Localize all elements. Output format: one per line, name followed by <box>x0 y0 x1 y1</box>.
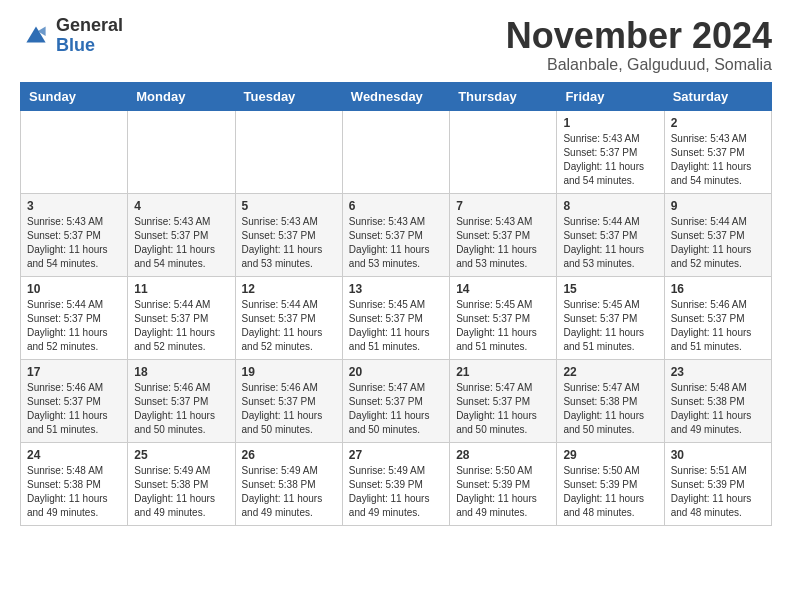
day-info: Sunrise: 5:46 AM Sunset: 5:37 PM Dayligh… <box>671 298 765 354</box>
calendar-cell: 16Sunrise: 5:46 AM Sunset: 5:37 PM Dayli… <box>664 276 771 359</box>
logo-icon <box>20 20 52 52</box>
day-info: Sunrise: 5:48 AM Sunset: 5:38 PM Dayligh… <box>27 464 121 520</box>
day-info: Sunrise: 5:43 AM Sunset: 5:37 PM Dayligh… <box>456 215 550 271</box>
calendar-cell: 12Sunrise: 5:44 AM Sunset: 5:37 PM Dayli… <box>235 276 342 359</box>
calendar-week-4: 17Sunrise: 5:46 AM Sunset: 5:37 PM Dayli… <box>21 359 772 442</box>
day-info: Sunrise: 5:45 AM Sunset: 5:37 PM Dayligh… <box>456 298 550 354</box>
day-number: 30 <box>671 448 765 462</box>
day-number: 3 <box>27 199 121 213</box>
day-number: 17 <box>27 365 121 379</box>
calendar-cell: 23Sunrise: 5:48 AM Sunset: 5:38 PM Dayli… <box>664 359 771 442</box>
calendar-cell: 14Sunrise: 5:45 AM Sunset: 5:37 PM Dayli… <box>450 276 557 359</box>
day-number: 4 <box>134 199 228 213</box>
day-info: Sunrise: 5:44 AM Sunset: 5:37 PM Dayligh… <box>563 215 657 271</box>
day-number: 5 <box>242 199 336 213</box>
day-number: 24 <box>27 448 121 462</box>
calendar-cell: 13Sunrise: 5:45 AM Sunset: 5:37 PM Dayli… <box>342 276 449 359</box>
day-info: Sunrise: 5:49 AM Sunset: 5:39 PM Dayligh… <box>349 464 443 520</box>
weekday-header-saturday: Saturday <box>664 82 771 110</box>
day-info: Sunrise: 5:46 AM Sunset: 5:37 PM Dayligh… <box>242 381 336 437</box>
calendar-cell: 19Sunrise: 5:46 AM Sunset: 5:37 PM Dayli… <box>235 359 342 442</box>
calendar-week-5: 24Sunrise: 5:48 AM Sunset: 5:38 PM Dayli… <box>21 442 772 525</box>
day-info: Sunrise: 5:50 AM Sunset: 5:39 PM Dayligh… <box>563 464 657 520</box>
day-info: Sunrise: 5:47 AM Sunset: 5:37 PM Dayligh… <box>349 381 443 437</box>
day-number: 10 <box>27 282 121 296</box>
day-number: 12 <box>242 282 336 296</box>
title-block: November 2024 Balanbale, Galguduud, Soma… <box>506 16 772 74</box>
day-info: Sunrise: 5:44 AM Sunset: 5:37 PM Dayligh… <box>242 298 336 354</box>
day-number: 27 <box>349 448 443 462</box>
day-info: Sunrise: 5:51 AM Sunset: 5:39 PM Dayligh… <box>671 464 765 520</box>
calendar-cell: 21Sunrise: 5:47 AM Sunset: 5:37 PM Dayli… <box>450 359 557 442</box>
day-number: 19 <box>242 365 336 379</box>
calendar-cell <box>128 110 235 193</box>
logo-text: General Blue <box>56 16 123 56</box>
day-info: Sunrise: 5:50 AM Sunset: 5:39 PM Dayligh… <box>456 464 550 520</box>
day-number: 22 <box>563 365 657 379</box>
day-number: 15 <box>563 282 657 296</box>
calendar-week-2: 3Sunrise: 5:43 AM Sunset: 5:37 PM Daylig… <box>21 193 772 276</box>
weekday-header-monday: Monday <box>128 82 235 110</box>
calendar-cell: 17Sunrise: 5:46 AM Sunset: 5:37 PM Dayli… <box>21 359 128 442</box>
day-info: Sunrise: 5:44 AM Sunset: 5:37 PM Dayligh… <box>27 298 121 354</box>
calendar-cell <box>342 110 449 193</box>
calendar-cell: 29Sunrise: 5:50 AM Sunset: 5:39 PM Dayli… <box>557 442 664 525</box>
calendar-cell: 8Sunrise: 5:44 AM Sunset: 5:37 PM Daylig… <box>557 193 664 276</box>
day-info: Sunrise: 5:43 AM Sunset: 5:37 PM Dayligh… <box>242 215 336 271</box>
calendar-cell: 24Sunrise: 5:48 AM Sunset: 5:38 PM Dayli… <box>21 442 128 525</box>
day-info: Sunrise: 5:49 AM Sunset: 5:38 PM Dayligh… <box>134 464 228 520</box>
calendar-cell: 6Sunrise: 5:43 AM Sunset: 5:37 PM Daylig… <box>342 193 449 276</box>
day-number: 14 <box>456 282 550 296</box>
day-number: 11 <box>134 282 228 296</box>
weekday-header-row: SundayMondayTuesdayWednesdayThursdayFrid… <box>21 82 772 110</box>
day-info: Sunrise: 5:49 AM Sunset: 5:38 PM Dayligh… <box>242 464 336 520</box>
day-info: Sunrise: 5:44 AM Sunset: 5:37 PM Dayligh… <box>671 215 765 271</box>
logo-blue: Blue <box>56 35 95 55</box>
weekday-header-friday: Friday <box>557 82 664 110</box>
day-number: 21 <box>456 365 550 379</box>
day-number: 8 <box>563 199 657 213</box>
calendar-cell: 10Sunrise: 5:44 AM Sunset: 5:37 PM Dayli… <box>21 276 128 359</box>
day-number: 16 <box>671 282 765 296</box>
calendar-cell <box>235 110 342 193</box>
day-info: Sunrise: 5:48 AM Sunset: 5:38 PM Dayligh… <box>671 381 765 437</box>
calendar-cell: 28Sunrise: 5:50 AM Sunset: 5:39 PM Dayli… <box>450 442 557 525</box>
day-info: Sunrise: 5:43 AM Sunset: 5:37 PM Dayligh… <box>563 132 657 188</box>
calendar-cell: 18Sunrise: 5:46 AM Sunset: 5:37 PM Dayli… <box>128 359 235 442</box>
month-title: November 2024 <box>506 16 772 56</box>
day-number: 7 <box>456 199 550 213</box>
location-subtitle: Balanbale, Galguduud, Somalia <box>506 56 772 74</box>
weekday-header-thursday: Thursday <box>450 82 557 110</box>
day-number: 1 <box>563 116 657 130</box>
day-number: 2 <box>671 116 765 130</box>
day-info: Sunrise: 5:47 AM Sunset: 5:37 PM Dayligh… <box>456 381 550 437</box>
calendar-cell: 2Sunrise: 5:43 AM Sunset: 5:37 PM Daylig… <box>664 110 771 193</box>
day-info: Sunrise: 5:44 AM Sunset: 5:37 PM Dayligh… <box>134 298 228 354</box>
logo-general: General <box>56 15 123 35</box>
page-header: General Blue November 2024 Balanbale, Ga… <box>20 16 772 74</box>
day-info: Sunrise: 5:47 AM Sunset: 5:38 PM Dayligh… <box>563 381 657 437</box>
calendar-cell: 4Sunrise: 5:43 AM Sunset: 5:37 PM Daylig… <box>128 193 235 276</box>
day-info: Sunrise: 5:43 AM Sunset: 5:37 PM Dayligh… <box>134 215 228 271</box>
day-number: 18 <box>134 365 228 379</box>
day-number: 20 <box>349 365 443 379</box>
calendar-cell: 20Sunrise: 5:47 AM Sunset: 5:37 PM Dayli… <box>342 359 449 442</box>
day-number: 26 <box>242 448 336 462</box>
calendar-cell: 5Sunrise: 5:43 AM Sunset: 5:37 PM Daylig… <box>235 193 342 276</box>
day-number: 28 <box>456 448 550 462</box>
calendar-table: SundayMondayTuesdayWednesdayThursdayFrid… <box>20 82 772 526</box>
day-info: Sunrise: 5:43 AM Sunset: 5:37 PM Dayligh… <box>671 132 765 188</box>
weekday-header-sunday: Sunday <box>21 82 128 110</box>
calendar-cell <box>450 110 557 193</box>
day-info: Sunrise: 5:43 AM Sunset: 5:37 PM Dayligh… <box>27 215 121 271</box>
calendar-cell: 7Sunrise: 5:43 AM Sunset: 5:37 PM Daylig… <box>450 193 557 276</box>
day-number: 6 <box>349 199 443 213</box>
day-info: Sunrise: 5:45 AM Sunset: 5:37 PM Dayligh… <box>349 298 443 354</box>
calendar-cell: 26Sunrise: 5:49 AM Sunset: 5:38 PM Dayli… <box>235 442 342 525</box>
calendar-cell <box>21 110 128 193</box>
calendar-cell: 27Sunrise: 5:49 AM Sunset: 5:39 PM Dayli… <box>342 442 449 525</box>
calendar-week-3: 10Sunrise: 5:44 AM Sunset: 5:37 PM Dayli… <box>21 276 772 359</box>
logo: General Blue <box>20 16 123 56</box>
day-number: 9 <box>671 199 765 213</box>
calendar-cell: 30Sunrise: 5:51 AM Sunset: 5:39 PM Dayli… <box>664 442 771 525</box>
